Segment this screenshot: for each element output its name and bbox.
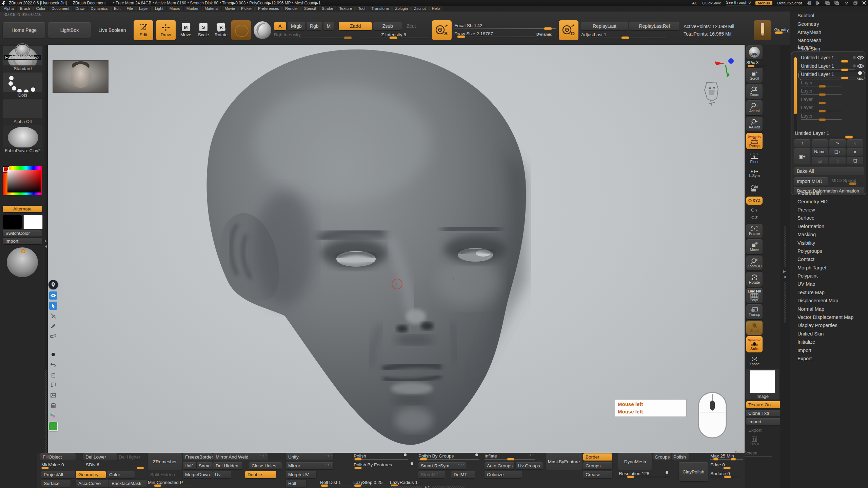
actual-button[interactable]: ×1 Actual [746,100,763,115]
close-holes-button[interactable]: Close Holes [249,462,282,469]
current-alpha-thumbnail[interactable]: Alpha Off [3,99,43,125]
mask-by-feature-button[interactable]: MaskByFeature [546,453,582,470]
layer-move-down-button[interactable]: ↓ [812,139,828,147]
roll-button[interactable]: Roll [286,480,306,487]
subpalette-header[interactable]: FiberMesh [790,189,868,197]
menu-item[interactable]: Stroke [319,6,336,11]
clone-texture-button[interactable]: Clone Txtr [746,410,781,416]
annotation-board-button[interactable] [49,401,57,409]
menu-item[interactable]: Render [282,6,301,11]
menu-item[interactable]: Material [202,6,221,11]
subpalette-header[interactable]: Preview [790,206,868,214]
aahalf-button[interactable]: AAHalf [746,117,763,131]
annotation-dot-size-button[interactable] [49,350,57,359]
menus-toggle-button[interactable]: Menus [755,1,772,5]
menu-item[interactable]: Movie [222,6,238,11]
crease-button[interactable]: Crease [583,471,612,478]
mirror-and-weld-button[interactable]: Mirror And Weldx y z [213,453,268,461]
xpose-button[interactable]: Xpose [746,354,763,369]
main-color-swatch[interactable] [3,215,22,229]
claypolish-max-min-slider[interactable]: Max 25 Min [710,453,743,460]
camera-head-widget[interactable] [702,80,721,108]
minimize-icon[interactable] [845,1,849,5]
layer-row[interactable]: Layer [799,80,865,88]
rotate3d-button[interactable]: Rotate [746,272,763,287]
replay-last-rel-button[interactable]: ReplayLastRel [629,22,679,30]
transp-button[interactable]: Transp [746,304,763,319]
left-tray-close-arrow-icon[interactable]: ◀ [44,245,47,248]
edge-slider[interactable]: Edge 0 [710,462,737,468]
subpalette-header[interactable]: Surface [790,214,868,222]
alternate-color-button[interactable]: Alternate [3,206,42,212]
layer-row[interactable]: Layer [799,88,865,96]
import-texture-button[interactable]: Import [746,418,781,425]
left-tray-open-arrow-icon[interactable]: ▶ [44,239,47,243]
color-picker-sv-area[interactable] [7,170,41,192]
polish-by-features-slider[interactable]: Polish By Features [354,462,415,468]
layer-redo-all-button[interactable]: ↳ [847,139,863,147]
move3d-button[interactable]: Move [746,239,763,254]
menu-item[interactable]: Draw [73,6,87,11]
subpalette-header[interactable]: Normal Map [790,305,868,313]
half-button[interactable]: Half [183,462,196,469]
annotation-current-color-swatch[interactable] [48,422,58,431]
del-higher-button[interactable]: Del Higher [116,453,149,461]
sdiv-slider[interactable]: SDiv 6 [86,462,145,468]
menu-item[interactable]: Color [33,6,48,11]
current-texture-thumbnail[interactable]: FabioPaiva_Clay2 [3,125,43,154]
bpr-render-button[interactable]: BPR [746,45,763,59]
mrgb-button[interactable]: Mrgb [288,22,305,30]
mdd-speed-slider[interactable]: MDD Speed [831,178,863,184]
annotation-pencil-button[interactable] [49,322,57,330]
menu-item[interactable]: Brush [17,6,33,11]
layer-intensity-slider[interactable] [801,111,842,111]
default-zscript-button[interactable]: DefaultZScript [777,1,802,5]
color-target-button[interactable]: Color [107,471,135,478]
subpalette-header[interactable]: ArrayMesh [790,28,868,36]
quicksave-button[interactable]: QuickSave [702,1,721,5]
scroll-button[interactable]: Scroll [746,68,763,83]
reference-image-thumbnail[interactable] [53,60,108,93]
subpalette-header[interactable]: Visibility [790,239,868,247]
freeze-border-button[interactable]: FreezeBorder [183,453,213,461]
layers-panel-title[interactable]: Layers [798,44,813,50]
menu-item[interactable]: Edit [111,6,123,11]
flip-v-button[interactable]: Flip V [746,435,763,447]
persp-button[interactable]: Dynamic Persp [746,133,763,149]
cascade-left-icon[interactable] [824,1,830,5]
subpalette-header[interactable]: Deformation [790,222,868,230]
layer-row[interactable]: Layer [799,104,865,113]
right-tray-toggle-icon[interactable]: ||||▸ [815,1,820,5]
layer-redo-button[interactable]: ↷ [829,139,846,147]
ac-button[interactable]: AC [692,1,697,5]
subpalette-header[interactable]: Masking [790,230,868,239]
bake-all-button[interactable]: Bake All [794,167,864,175]
live-boolean-button[interactable]: Live Boolean [94,22,131,38]
subpalette-header[interactable]: Unified Skin [790,330,868,338]
subpalette-header[interactable]: Polygroups [790,247,868,255]
subpalette-header[interactable]: NanoMesh [790,36,868,44]
smart-resym-button[interactable]: Smart ReSymx y z [418,462,466,469]
menu-item[interactable]: Marker [184,6,201,11]
copy-layer-button[interactable]: ❏ [847,157,863,164]
close-icon[interactable] [862,1,866,5]
left-tray-toggle-icon[interactable]: ◂|||| [807,1,811,5]
subpalette-header[interactable]: Geometry [790,20,868,28]
subpalette-header[interactable]: Initialize [790,338,868,346]
colorize-button[interactable]: Colorize [485,471,522,478]
surface-button[interactable]: Surface [41,480,71,487]
annotation-pen-disabled-button[interactable] [49,312,57,320]
scale-mode-button[interactable]: S Scale [196,20,211,40]
dynamic-mode-icon-button[interactable]: D [559,20,578,40]
floor-button[interactable]: x y z Floor [746,150,763,165]
menu-item[interactable]: Transform [369,6,392,11]
current-material-ball[interactable] [254,21,271,39]
tray-collapse-arrows-icon[interactable]: ▲▼ [424,485,430,488]
menu-item[interactable]: Zplugin [392,6,411,11]
layer-intensity-slider[interactable] [801,69,855,70]
split-layer-button[interactable]: ◫ [829,157,846,164]
layer-visibility-eye-icon[interactable] [857,56,864,60]
rgb-intensity-slider[interactable]: Rgb Intensity [274,32,352,38]
del-mt-button[interactable]: DelMT [451,471,475,478]
document-canvas[interactable]: Mouse left Mouse left [47,45,745,453]
